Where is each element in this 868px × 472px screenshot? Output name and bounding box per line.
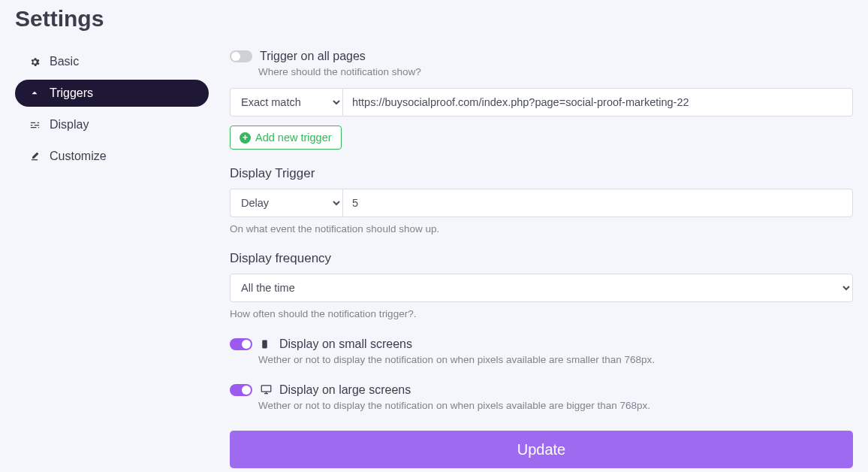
add-new-trigger-button[interactable]: + Add new trigger	[230, 126, 342, 150]
display-trigger-hint: On what event the notification should sh…	[230, 223, 853, 234]
display-trigger-label: Display Trigger	[230, 166, 853, 181]
trigger-match-select[interactable]: Exact match	[230, 88, 342, 116]
trigger-all-pages-toggle[interactable]	[230, 50, 252, 62]
svg-rect-1	[261, 386, 271, 392]
large-screens-toggle[interactable]	[230, 384, 252, 396]
large-screens-hint: Wether or not to display the notificatio…	[258, 400, 853, 411]
add-trigger-label: Add new trigger	[255, 132, 332, 144]
display-frequency-label: Display frequency	[230, 251, 853, 266]
small-screens-toggle[interactable]	[230, 338, 252, 350]
sidebar-item-label: Customize	[50, 150, 107, 163]
trigger-all-pages-hint: Where should the notification show?	[258, 66, 853, 77]
svg-rect-0	[262, 340, 267, 349]
gear-icon	[29, 56, 41, 68]
display-frequency-hint: How often should the notification trigge…	[230, 308, 853, 319]
plus-circle-icon: +	[240, 132, 251, 144]
update-button[interactable]: Update	[230, 431, 853, 468]
sidebar-item-triggers[interactable]: Triggers	[15, 80, 209, 107]
settings-sidebar: Basic Triggers Display Customize	[15, 48, 209, 174]
sidebar-item-customize[interactable]: Customize	[15, 143, 209, 170]
chevron-up-icon	[29, 87, 41, 99]
trigger-url-input[interactable]	[342, 88, 853, 116]
settings-main: Trigger on all pages Where should the no…	[230, 48, 853, 468]
sidebar-item-basic[interactable]: Basic	[15, 48, 209, 75]
large-screens-label: Display on large screens	[279, 383, 411, 397]
small-screens-label: Display on small screens	[279, 337, 412, 351]
sidebar-item-label: Triggers	[50, 86, 93, 100]
trigger-all-pages-label: Trigger on all pages	[260, 50, 366, 63]
sliders-icon	[29, 119, 41, 131]
sidebar-item-label: Basic	[50, 55, 79, 68]
sidebar-item-label: Display	[50, 118, 89, 132]
desktop-icon	[260, 384, 272, 396]
page-title: Settings	[15, 6, 853, 32]
mobile-icon	[260, 338, 272, 350]
small-screens-hint: Wether or not to display the notificatio…	[258, 354, 853, 365]
sidebar-item-display[interactable]: Display	[15, 111, 209, 138]
display-trigger-mode-select[interactable]: Delay	[230, 189, 342, 217]
display-frequency-select[interactable]: All the time	[230, 274, 853, 302]
display-trigger-value-input[interactable]	[342, 189, 853, 217]
brush-icon	[29, 150, 41, 162]
